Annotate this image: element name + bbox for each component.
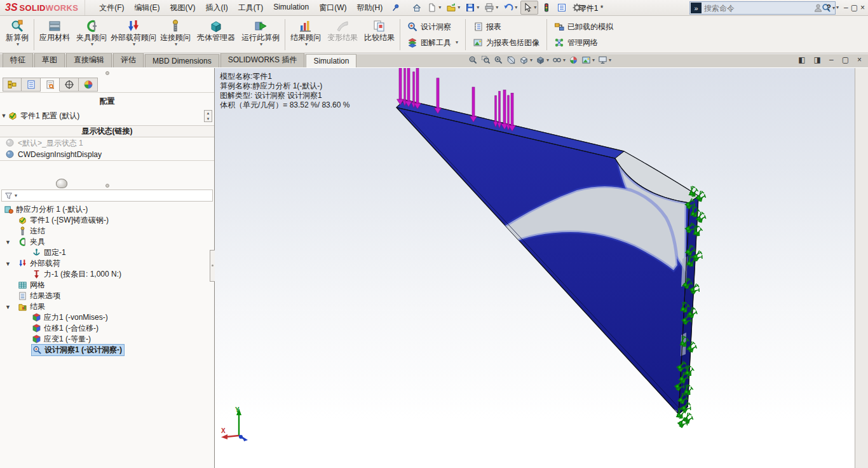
help-button[interactable]: ? <box>827 3 831 12</box>
section-view-icon[interactable] <box>506 55 516 65</box>
doc-minimize-button[interactable]: – <box>828 55 835 64</box>
tree-item-固定-1[interactable]: 固定-1 <box>0 247 214 258</box>
tab-MBD Dimensions[interactable]: MBD Dimensions <box>145 54 219 67</box>
feature-manager-icon[interactable] <box>3 78 22 92</box>
menu-3[interactable]: 插入(I) <box>200 0 233 16</box>
tree-item-结果[interactable]: ▼结果 <box>0 301 214 312</box>
view-orientation-icon[interactable]: ▾ <box>519 55 532 65</box>
tree-item-力-1 (按条目: 1,000 N:)[interactable]: 力-1 (按条目: 1,000 N:) <box>0 269 214 280</box>
menu-5[interactable]: Simulation <box>268 0 314 16</box>
offloaded-simulation-button[interactable]: 已卸载的模拟 <box>554 22 613 32</box>
select-cursor-icon[interactable]: ▾ <box>520 1 538 15</box>
edit-appearance-icon[interactable] <box>569 55 578 65</box>
part-model[interactable] <box>397 100 698 414</box>
filter-caret-icon[interactable]: ▾ <box>15 193 17 198</box>
display-style-icon[interactable]: ▾ <box>536 55 549 65</box>
menu-6[interactable]: 窗口(W) <box>314 0 351 16</box>
dimxpert-manager-icon[interactable] <box>60 78 79 92</box>
undo-icon[interactable]: ▾ <box>501 1 519 15</box>
tab-草图[interactable]: 草图 <box>34 52 65 67</box>
display-manager-icon[interactable] <box>79 78 98 92</box>
pin-icon[interactable] <box>391 3 400 12</box>
tree-item-夹具[interactable]: ▼夹具 <box>0 237 214 247</box>
restore-button[interactable]: ▢ <box>850 3 859 12</box>
plot-icon <box>32 324 41 333</box>
menu-7[interactable]: 帮助(H) <box>352 0 388 16</box>
filter-funnel-icon[interactable] <box>4 191 13 200</box>
menu-2[interactable]: 视图(V) <box>165 0 200 16</box>
tree-item-静应力分析 1 (-默认-)[interactable]: 静应力分析 1 (-默认-) <box>0 204 214 215</box>
splitter-knob-icon[interactable] <box>56 179 67 188</box>
connections-advisor-icon <box>168 19 182 33</box>
tree-item-应力1 (-vonMises-)[interactable]: 应力1 (-vonMises-) <box>0 312 214 323</box>
home-icon[interactable] <box>410 1 424 15</box>
print-icon[interactable]: ▾ <box>482 1 500 15</box>
doc-restore-button[interactable]: ▢ <box>841 55 850 64</box>
config-spinner[interactable]: ▲▼ <box>204 110 212 122</box>
report-image-button[interactable]: 为报表包括图像 <box>473 38 539 48</box>
tab-Simulation[interactable]: Simulation <box>306 54 356 67</box>
apply-material-button[interactable]: 应用材料 <box>36 17 73 53</box>
doc-close-button[interactable]: × <box>856 55 863 64</box>
report-button[interactable]: 报表 <box>473 22 539 32</box>
configuration-root-row[interactable]: ▼ 零件1 配置 (默认) <box>0 110 214 121</box>
view-settings-icon[interactable]: ▾ <box>598 55 611 65</box>
user-icon[interactable] <box>813 3 823 13</box>
hide-show-items-icon[interactable]: ▾ <box>552 55 566 65</box>
tree-item-连结[interactable]: 连结 <box>0 226 214 237</box>
expand-triangle-icon[interactable]: ▼ <box>0 113 8 119</box>
minimize-button[interactable]: – <box>843 3 850 12</box>
save-icon[interactable]: ▾ <box>463 1 481 15</box>
results-advisor-button[interactable]: 结果顾问▾ <box>287 17 324 53</box>
menu-0[interactable]: 文件(F) <box>94 0 129 16</box>
zoom-to-selection-icon[interactable] <box>494 55 503 65</box>
tab-SOLIDWORKS 插件[interactable]: SOLIDWORKS 插件 <box>220 52 305 67</box>
panel-collapse-handle[interactable] <box>210 250 215 282</box>
display-state-row[interactable]: <默认>_显示状态 1 <box>0 137 214 149</box>
menu-1[interactable]: 编辑(E) <box>129 0 165 16</box>
shell-manager-button[interactable]: 壳体管理器 <box>194 17 238 53</box>
configuration-manager-icon[interactable] <box>41 78 60 92</box>
manage-network-button[interactable]: 管理网络 <box>554 38 613 48</box>
connections-advisor-button[interactable]: 连接顾问▾ <box>157 17 194 53</box>
new-document-icon[interactable]: ▾ <box>425 1 443 15</box>
expand-triangle-icon[interactable]: ▼ <box>5 239 11 245</box>
design-insight-button[interactable]: 设计洞察 <box>407 22 458 32</box>
plot-tools-button[interactable]: 图解工具▾ <box>407 38 458 48</box>
tree-item-零件1 (-[SW]铸造碳钢-)[interactable]: 零件1 (-[SW]铸造碳钢-) <box>0 215 214 226</box>
fixtures-advisor-button[interactable]: 夹具顾问▾ <box>73 17 110 53</box>
menu-4[interactable]: 工具(T) <box>233 0 268 16</box>
annotation-line: 体积（单元/几何）= 83.52 %/ 83.60 % <box>220 100 349 110</box>
tree-item-应变1 (-等量-)[interactable]: 应变1 (-等量-) <box>0 334 214 345</box>
tab-特征[interactable]: 特征 <box>3 52 33 67</box>
display-state-row[interactable]: CWDesignInsightDisplay <box>0 149 214 160</box>
model-canvas[interactable]: Y X <box>215 68 855 468</box>
doc-pane-left-button[interactable]: ◧ <box>797 55 806 64</box>
expand-triangle-icon[interactable]: ▼ <box>5 304 11 310</box>
doc-pane-right-button[interactable]: ◨ <box>813 55 822 64</box>
help-caret-icon[interactable]: ▾ <box>836 5 839 10</box>
run-study-button[interactable]: 运行此算例▾ <box>238 17 283 53</box>
tab-评估[interactable]: 评估 <box>113 52 144 67</box>
deformed-result-button[interactable]: 变形结果 <box>324 17 361 53</box>
open-icon[interactable]: ▾ <box>444 1 462 15</box>
zoom-area-icon[interactable] <box>481 55 491 65</box>
tree-item-设计洞察1 (-设计洞察-)[interactable]: 设计洞察1 (-设计洞察-) <box>0 345 214 355</box>
property-manager-icon[interactable] <box>22 78 41 92</box>
compare-results-button[interactable]: 比较结果 <box>361 17 398 53</box>
new-study-button[interactable]: 新算例▾ <box>3 17 32 53</box>
zoom-fit-icon[interactable] <box>468 55 478 65</box>
external-loads-advisor-button[interactable]: 外部载荷顾问▾ <box>110 17 157 53</box>
apply-scene-icon[interactable]: ▾ <box>581 55 595 65</box>
panel-splitter-middle[interactable] <box>0 182 214 187</box>
tree-item-外部载荷[interactable]: ▼外部载荷 <box>0 258 214 269</box>
search-input[interactable] <box>702 4 822 13</box>
expand-triangle-icon[interactable]: ▼ <box>5 261 11 267</box>
tab-直接编辑[interactable]: 直接编辑 <box>66 52 112 67</box>
close-button[interactable]: × <box>859 3 866 12</box>
tree-item-结果选项[interactable]: 结果选项 <box>0 291 214 301</box>
graphics-viewport[interactable]: 模型名称:零件1算例名称:静应力分析 1(-默认-)图解类型: 设计洞察 设计洞… <box>215 68 855 468</box>
tree-item-网格[interactable]: 网格 <box>0 280 214 291</box>
panel-splitter-top[interactable] <box>0 70 214 74</box>
tree-item-位移1 (-合位移-)[interactable]: 位移1 (-合位移-) <box>0 323 214 334</box>
